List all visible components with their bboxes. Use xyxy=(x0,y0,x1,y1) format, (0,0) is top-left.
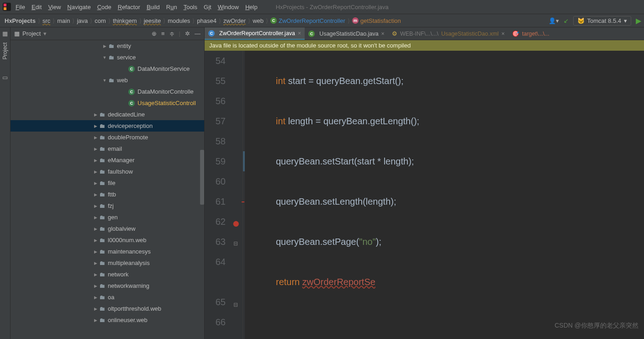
menu-navigate[interactable]: Navigate xyxy=(67,4,90,11)
project-view-icon: ▦ xyxy=(14,30,20,37)
tree-item[interactable]: ▶🖿fttb xyxy=(11,189,204,200)
menu-window[interactable]: Window xyxy=(218,4,239,11)
folder-icon: 🖿 xyxy=(99,180,105,186)
fold-icon[interactable]: ⊟ xyxy=(233,233,238,254)
locate-icon[interactable]: ⊕ xyxy=(152,30,157,37)
tree-item[interactable]: ▶🖿dedicatedLine xyxy=(11,109,204,120)
tree-item[interactable]: ▼🖿service xyxy=(11,52,204,63)
breadcrumb-class[interactable]: CZwOrderReportController xyxy=(269,17,347,24)
editor-tabs: CZwOrderReportController.java× CUsageSta… xyxy=(205,27,644,40)
title-bar: File Edit View Navigate Code Refactor Bu… xyxy=(0,0,644,14)
project-tool-icon[interactable]: ▦ xyxy=(2,30,8,37)
close-tab-icon[interactable]: × xyxy=(501,31,505,37)
menu-edit[interactable]: Edit xyxy=(32,4,42,11)
tree-item[interactable]: CDataMonitorControlle xyxy=(11,86,204,97)
tree-item-label: eManager xyxy=(108,157,135,164)
code-editor[interactable]: 5455565758596061626364 6566 ⬤ ⊟ ⊟ int st… xyxy=(205,51,644,339)
close-tab-icon[interactable]: × xyxy=(381,31,385,37)
menu-refactor[interactable]: Refactor xyxy=(118,4,140,11)
tree-scrollbar[interactable] xyxy=(200,150,204,205)
breadcrumb-item[interactable]: main xyxy=(55,17,72,24)
project-tool-label[interactable]: Project xyxy=(2,41,8,61)
run-icon[interactable]: ▶ xyxy=(636,16,641,25)
tree-item[interactable]: CUsageStatisticControll xyxy=(11,97,204,109)
user-icon[interactable]: 👤▾ xyxy=(549,17,559,24)
tree-item[interactable]: ▶🖿maintenancesys xyxy=(11,246,204,257)
tree-item[interactable]: ▶🖿file xyxy=(11,177,204,189)
tree-item[interactable]: ▶🖿entity xyxy=(11,40,204,52)
tree-item[interactable]: ▶🖿eManager xyxy=(11,154,204,166)
tree-item[interactable]: ▶🖿fzj xyxy=(11,200,204,212)
menu-view[interactable]: View xyxy=(48,4,61,11)
breadcrumb-item[interactable]: web xyxy=(251,17,265,24)
tree-item[interactable]: ▶🖿networkwarning xyxy=(11,280,204,291)
tree-item[interactable]: ▶🖿oltportthreshold.web xyxy=(11,303,204,314)
tree-item[interactable]: ▶🖿gen xyxy=(11,212,204,223)
tree-item[interactable]: ▶🖿onlineuser.web xyxy=(11,314,204,326)
tree-item[interactable]: ▶🖿l0000num.web xyxy=(11,234,204,246)
expand-icon[interactable]: ≡ xyxy=(161,30,165,37)
tree-item-label: globalview xyxy=(108,225,136,232)
breadcrumb-item[interactable]: zwOrder xyxy=(222,17,248,24)
structure-tool-icon[interactable]: ▭ xyxy=(2,74,8,81)
project-view-title[interactable]: Project xyxy=(22,30,41,37)
breadcrumb-item[interactable]: src xyxy=(41,17,52,24)
tree-item[interactable]: ▶🖿faultshow xyxy=(11,166,204,177)
tree-item-label: l0000num.web xyxy=(108,237,147,244)
tree-item[interactable]: ▶🖿deviceperception xyxy=(11,120,204,132)
tree-item[interactable]: ▶🖿doublePromote xyxy=(11,132,204,143)
tree-item[interactable]: ▶🖿network xyxy=(11,269,204,280)
menu-file[interactable]: File xyxy=(16,4,25,11)
editor-tab[interactable]: ⚙WEB-INF\...\...\UsageStatisticDao.xml× xyxy=(388,27,508,40)
project-view-dropdown[interactable]: ▾ xyxy=(43,30,47,37)
menu-run[interactable]: Run xyxy=(166,4,177,11)
folder-icon: 🖿 xyxy=(99,168,105,175)
tree-item[interactable]: ▶🖿oa xyxy=(11,291,204,303)
gutter-icon-strip: ⬤ ⊟ ⊟ xyxy=(231,51,243,339)
editor-tab[interactable]: CZwOrderReportController.java× xyxy=(205,27,305,40)
menu-help[interactable]: Help xyxy=(245,4,258,11)
hide-icon[interactable]: — xyxy=(195,30,201,37)
breadcrumb-item[interactable]: java xyxy=(75,17,90,24)
editor-tab[interactable]: CUsageStatisticDao.java× xyxy=(305,27,388,40)
tree-item-label: doublePromote xyxy=(108,134,148,141)
breadcrumb-item[interactable]: phase4 xyxy=(195,17,218,24)
tree-item-label: DataMonitorControlle xyxy=(137,88,194,95)
folder-icon: 🖿 xyxy=(99,202,105,209)
breadcrumb-item[interactable]: thinkgem xyxy=(111,17,139,24)
menu-tools[interactable]: Tools xyxy=(184,4,197,11)
tree-item-label: fttb xyxy=(108,191,116,198)
breadcrumb-item[interactable]: jeesite xyxy=(142,17,163,24)
menu-code[interactable]: Code xyxy=(97,4,111,11)
breadcrumb-project[interactable]: HxProjects xyxy=(3,17,37,24)
project-tree[interactable]: ▶🖿entity▼🖿serviceCDataMonitorService▼🖿we… xyxy=(11,40,204,339)
breadcrumb-method[interactable]: mgetStatisfaction xyxy=(350,17,403,24)
breadcrumb-item[interactable]: modules xyxy=(166,17,192,24)
fold-icon[interactable]: ⊟ xyxy=(233,295,238,315)
run-config-selector[interactable]: 🐱Tomcat 8.5.4▾ xyxy=(573,16,631,26)
editor-tab[interactable]: 🎯target\...\... xyxy=(508,27,553,40)
navigation-bar: HxProjects⟩ src⟩ main⟩ java⟩ com⟩ thinkg… xyxy=(0,14,644,27)
tree-item[interactable]: ▶🖿multipleanalysis xyxy=(11,257,204,269)
error-icon[interactable]: ⬤ xyxy=(233,213,239,233)
tree-item-label: multipleanalysis xyxy=(108,260,150,266)
class-icon: C xyxy=(128,89,135,95)
class-icon: C xyxy=(128,66,135,72)
close-tab-icon[interactable]: × xyxy=(298,30,301,37)
settings-icon[interactable]: ✲ xyxy=(185,30,190,37)
tree-item[interactable]: ▼🖿web xyxy=(11,74,204,86)
tree-item-label: file xyxy=(108,180,116,186)
menu-git[interactable]: Git xyxy=(204,4,211,11)
folder-icon: 🖿 xyxy=(99,260,105,266)
collapse-icon[interactable]: ≑ xyxy=(169,30,174,37)
breadcrumb-item[interactable]: com xyxy=(93,17,108,24)
tree-item[interactable]: CDataMonitorService xyxy=(11,63,204,74)
tree-item-label: oa xyxy=(108,294,114,301)
build-icon[interactable]: ↙ xyxy=(564,17,569,24)
folder-icon: 🖿 xyxy=(99,145,105,152)
line-number-gutter: 5455565758596061626364 6566 xyxy=(205,51,231,339)
tree-item[interactable]: ▶🖿globalview xyxy=(11,223,204,234)
code-content[interactable]: int start = queryBean.getStart(); int le… xyxy=(245,51,644,339)
tree-item[interactable]: ▶🖿email xyxy=(11,143,204,154)
menu-build[interactable]: Build xyxy=(147,4,160,11)
